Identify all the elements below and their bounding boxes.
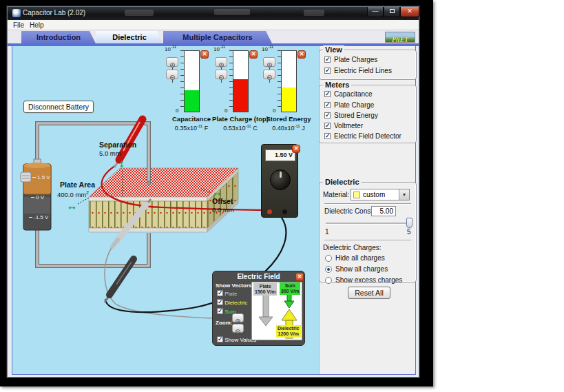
- offset-value: 0.0 mm: [212, 206, 234, 214]
- magnifier-minus-icon: [170, 75, 175, 80]
- ef-sum-vector-label: Sum300 V/m: [280, 282, 300, 295]
- meter-title: Stored Energy: [256, 115, 321, 123]
- material-color-swatch: [353, 192, 360, 198]
- meter-zero-label: 0: [273, 107, 275, 114]
- ef-zoom-in-button[interactable]: [232, 313, 244, 322]
- slider-max-label: 5: [407, 228, 411, 236]
- offset-label: Offset: [212, 197, 233, 205]
- radio-button: [325, 266, 332, 273]
- material-combobox[interactable]: custom ▼: [351, 189, 410, 200]
- ef-vector-display: Plate1500 V/m Sum300 V/m Dielectric1200 …: [251, 282, 302, 340]
- meter-bar-fill: [282, 87, 296, 112]
- stored-energy-meter[interactable]: 10-11 0 ✕ Stored Energy 0.40x10-11 J: [256, 47, 321, 138]
- battery-label: 1.5 V: [32, 174, 50, 180]
- ef-zoom-label: Zoom:: [216, 320, 232, 326]
- magnifier-plus-icon: [267, 63, 272, 68]
- close-icon[interactable]: ✕: [297, 50, 306, 59]
- radio-hide-all-charges[interactable]: Hide all charges: [325, 254, 385, 262]
- electric-field-panel[interactable]: Electric Field ✕ Show Vectors: Plate Die…: [212, 271, 305, 346]
- reset-all-button[interactable]: Reset All: [348, 287, 390, 299]
- magnifier-plus-icon: [170, 63, 175, 68]
- view-group: View: [319, 50, 417, 80]
- checkbox: [217, 299, 223, 305]
- disconnect-battery-button[interactable]: Disconnect Battery: [23, 101, 94, 113]
- checkbox: [324, 91, 331, 97]
- radio-show-excess-charges[interactable]: Show excess charges: [325, 276, 402, 284]
- zoom-in-button[interactable]: [263, 57, 275, 67]
- meter-bar: [281, 50, 297, 112]
- radio-show-all-charges[interactable]: Show all charges: [325, 265, 388, 273]
- show-vectors-label: Show Vectors:: [216, 282, 253, 289]
- separator: [324, 203, 411, 205]
- zoom-out-button[interactable]: [263, 70, 275, 79]
- separation-value: 5.0 mm: [99, 149, 121, 157]
- battery-label: -1.5 V: [29, 214, 48, 220]
- view-group-title: View: [323, 45, 344, 54]
- magnifier-minus-icon: [219, 75, 224, 80]
- voltmeter-display: 1.50 V: [265, 149, 295, 161]
- magnifier-plus-icon: [236, 319, 240, 324]
- dielectric-constant-field[interactable]: 5.00: [371, 206, 396, 216]
- ef-close-icon[interactable]: ✕: [295, 273, 304, 281]
- ef-zoom-out-button[interactable]: [232, 324, 244, 333]
- ef-show-values[interactable]: Show Values: [217, 336, 256, 343]
- meter-scale-label: 10-11: [262, 45, 273, 52]
- voltmeter-close-icon[interactable]: ✕: [292, 145, 300, 153]
- chevron-down-icon: ▼: [399, 189, 409, 200]
- top-wire-plate-connection: [147, 167, 151, 185]
- separator: [324, 240, 411, 241]
- meter-bar: [184, 50, 200, 112]
- capacitor-bottom-plate: [89, 228, 207, 232]
- checkbox: [324, 112, 331, 118]
- ef-dielectric-vector-label: Dielectric1200 V/m: [276, 325, 301, 338]
- check-stored-energy[interactable]: Stored Energy: [324, 112, 378, 119]
- plate-area-guide-line: [78, 198, 89, 204]
- plate-area-drag-arrow-icon[interactable]: ↔: [67, 202, 77, 210]
- check-voltmeter[interactable]: Voltmeter: [324, 122, 363, 130]
- voltmeter-black-terminal: [282, 209, 287, 214]
- meter-scale-label: 10-11: [165, 45, 176, 52]
- meter-bar-fill: [185, 90, 199, 112]
- material-value: custom: [363, 191, 385, 198]
- meter-bar: [233, 50, 249, 112]
- separation-label: Separation: [99, 141, 136, 149]
- separation-drag-arrow-icon[interactable]: ↕: [119, 159, 125, 167]
- meter-scale-label: 10-11: [213, 45, 225, 52]
- check-efield-detector[interactable]: Electric Field Detector: [324, 132, 401, 140]
- dielectric-group-title: Dielectric: [323, 178, 362, 186]
- zoom-out-button[interactable]: [215, 70, 227, 79]
- check-plate-charge[interactable]: Plate Charge: [324, 101, 374, 109]
- dielectric-constant-slider[interactable]: [326, 223, 410, 225]
- check-electric-field-lines[interactable]: Electric Field Lines: [324, 67, 392, 74]
- checkbox: [217, 290, 223, 296]
- radio-button: [325, 255, 332, 262]
- voltmeter-dial-knob[interactable]: [270, 169, 291, 190]
- offset-drag-arrow-icon[interactable]: ↔: [212, 188, 222, 196]
- plate-area-value: 400.0 mm2: [57, 190, 89, 198]
- zoom-out-button[interactable]: [166, 70, 178, 79]
- magnifier-minus-icon: [236, 329, 240, 334]
- checkbox: [324, 102, 331, 108]
- ef-panel-title: Electric Field: [213, 273, 304, 280]
- zoom-in-button[interactable]: [215, 57, 227, 67]
- check-plate-charges[interactable]: Plate Charges: [324, 56, 377, 63]
- meter-bar-fill: [233, 79, 248, 112]
- check-capacitance[interactable]: Capacitance: [324, 90, 373, 98]
- slider-thumb[interactable]: [406, 218, 412, 228]
- meter-value: 0.40x10-11 J: [256, 124, 321, 132]
- ef-check-dielectric[interactable]: Dielectric: [217, 299, 247, 306]
- ef-check-plate[interactable]: Plate: [217, 290, 237, 297]
- voltmeter[interactable]: 1.50 V: [261, 144, 298, 218]
- magnifier-minus-icon: [267, 75, 272, 80]
- screenshot: Capacitor Lab (2.02) — ✕ File Help Intro…: [0, 0, 564, 392]
- zoom-in-button[interactable]: [166, 57, 178, 67]
- meter-zero-label: 0: [224, 107, 227, 114]
- voltmeter-red-terminal: [267, 209, 272, 214]
- material-label: Material:: [323, 191, 349, 198]
- radio-button: [325, 277, 332, 284]
- checkbox: [324, 56, 331, 63]
- slider-min-label: 1: [325, 228, 329, 236]
- picture-frame: Capacitor Lab (2.02) — ✕ File Help Intro…: [0, 0, 433, 386]
- magnifier-plus-icon: [219, 63, 224, 68]
- battery-voltage-slider[interactable]: [21, 172, 31, 182]
